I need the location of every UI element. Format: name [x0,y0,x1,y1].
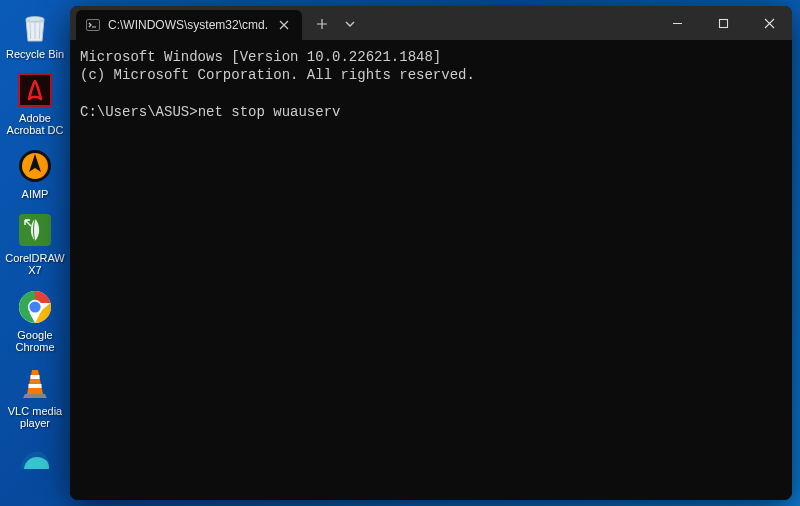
desktop-icon-adobe-acrobat[interactable]: Adobe Acrobat DC [4,68,66,138]
recycle-bin-icon [15,6,55,46]
desktop-icon-chrome[interactable]: Google Chrome [4,285,66,355]
close-icon [764,18,775,29]
aimp-icon [15,146,55,186]
tab-cmd[interactable]: C:\WINDOWS\system32\cmd. [76,10,302,40]
desktop: Recycle Bin Adobe Acrobat DC AIMP [0,0,800,506]
maximize-icon [718,18,729,29]
icon-label: Google Chrome [4,329,66,353]
vlc-icon [15,363,55,403]
new-tab-button[interactable] [306,9,338,39]
desktop-icon-edge[interactable] [4,437,66,483]
svg-rect-1 [19,74,51,106]
close-icon [279,20,289,30]
minimize-button[interactable] [654,6,700,40]
adobe-acrobat-icon [15,70,55,110]
svg-rect-10 [87,20,100,31]
tab-title: C:\WINDOWS\system32\cmd. [108,18,268,32]
chevron-down-icon [345,19,355,29]
svg-rect-11 [719,19,727,27]
titlebar-drag-area[interactable] [362,6,654,40]
icon-label: VLC media player [4,405,66,429]
minimize-icon [672,18,683,29]
desktop-icon-aimp[interactable]: AIMP [4,144,66,202]
command-input[interactable]: net stop wuauserv [198,103,341,121]
cursor [340,103,348,119]
terminal-window: C:\WINDOWS\system32\cmd. [70,6,792,500]
coreldraw-icon [15,210,55,250]
plus-icon [316,18,328,30]
terminal-line: (c) Microsoft Corporation. All rights re… [80,67,475,83]
maximize-button[interactable] [700,6,746,40]
svg-point-7 [29,301,40,312]
cmd-icon [86,18,100,32]
terminal-line: Microsoft Windows [Version 10.0.22621.18… [80,49,441,65]
desktop-icons: Recycle Bin Adobe Acrobat DC AIMP [4,4,66,483]
desktop-icon-coreldraw[interactable]: CorelDRAW X7 [4,208,66,278]
tab-close-button[interactable] [276,17,292,33]
icon-label: AIMP [22,188,49,200]
window-controls [654,6,792,40]
svg-rect-9 [29,384,42,388]
icon-label: Adobe Acrobat DC [4,112,66,136]
svg-point-0 [26,17,44,22]
desktop-icon-vlc[interactable]: VLC media player [4,361,66,431]
edge-icon [15,439,55,479]
close-window-button[interactable] [746,6,792,40]
icon-label: CorelDRAW X7 [4,252,66,276]
svg-rect-8 [31,375,40,379]
tabbar-actions [306,6,362,40]
tab-dropdown-button[interactable] [338,9,362,39]
icon-label: Recycle Bin [6,48,64,60]
chrome-icon [15,287,55,327]
prompt: C:\Users\ASUS> [80,103,198,121]
desktop-icon-recycle-bin[interactable]: Recycle Bin [4,4,66,62]
terminal-body[interactable]: Microsoft Windows [Version 10.0.22621.18… [70,40,792,500]
titlebar[interactable]: C:\WINDOWS\system32\cmd. [70,6,792,40]
